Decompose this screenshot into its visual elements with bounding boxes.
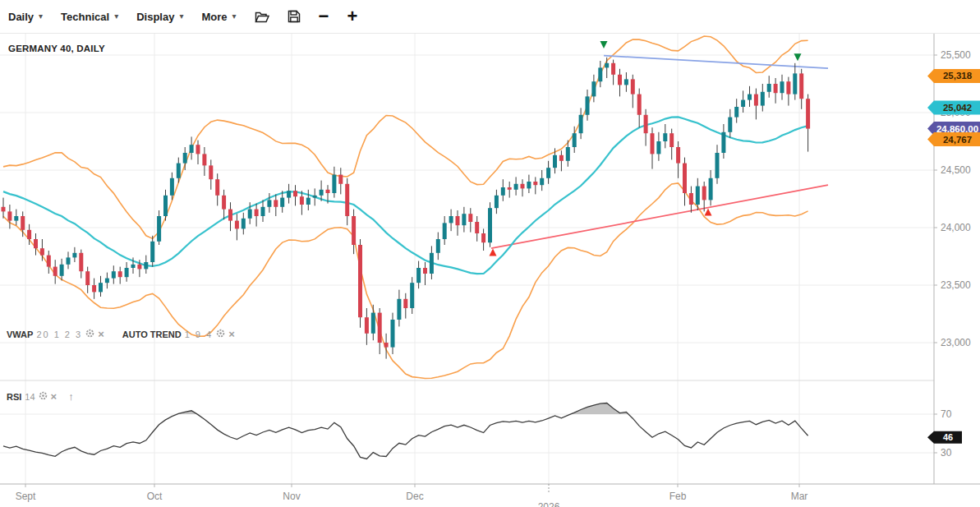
timeframe-menu-label: Daily xyxy=(8,11,34,23)
vwap-settings-gear-icon[interactable] xyxy=(85,329,94,339)
display-menu-label: Display xyxy=(136,11,174,23)
indicator-legend-row: VWAP 20 1 2 3 × AUTO TREND 1 9 4 × xyxy=(7,329,235,339)
rsi-overbought-fill xyxy=(177,403,628,415)
chevron-down-icon: ▾ xyxy=(39,12,43,21)
technical-menu-label: Technical xyxy=(61,11,109,23)
autotrend-remove-icon[interactable]: × xyxy=(228,329,235,339)
vwap-remove-icon[interactable]: × xyxy=(98,329,104,339)
save-icon[interactable] xyxy=(288,10,301,23)
autotrend-legend-name: AUTO TREND xyxy=(122,330,182,339)
technical-menu[interactable]: Technical ▾ xyxy=(61,11,118,23)
autotrend-settings-gear-icon[interactable] xyxy=(216,329,225,339)
gridlines xyxy=(0,33,980,484)
trading-chart-window: 25,50025,00024,50024,00023,50023,0007030… xyxy=(0,0,980,507)
time-axis[interactable] xyxy=(0,484,934,507)
move-pane-up-icon[interactable]: ↑ xyxy=(68,390,74,403)
rsi-pane xyxy=(3,403,808,459)
rsi-remove-icon[interactable]: × xyxy=(51,391,58,402)
candles xyxy=(2,58,811,359)
rsi-settings-gear-icon[interactable] xyxy=(39,391,48,402)
rsi-legend-params: 14 xyxy=(25,392,35,402)
more-menu-label: More xyxy=(201,11,227,23)
price-axis[interactable] xyxy=(934,33,980,484)
axis-labels: 25,50025,00024,50024,00023,50023,0007030… xyxy=(16,49,971,507)
chart-title: GERMANY 40, DAILY xyxy=(8,44,105,53)
lower-band-line xyxy=(3,183,808,379)
open-folder-icon[interactable] xyxy=(255,11,269,23)
zoom-in-button[interactable]: + xyxy=(347,7,357,25)
zoom-out-button[interactable]: − xyxy=(319,7,329,25)
display-menu[interactable]: Display ▾ xyxy=(136,11,183,23)
sell-signal-marker xyxy=(600,41,608,48)
vwap-legend-params: 20 1 2 3 xyxy=(36,330,82,339)
buy-signal-marker xyxy=(705,209,712,216)
rsi-legend-name: RSI xyxy=(7,392,21,402)
chevron-down-icon: ▾ xyxy=(179,12,183,21)
support-trendline[interactable] xyxy=(491,185,828,248)
rsi-line xyxy=(3,403,808,459)
chevron-down-icon: ▾ xyxy=(232,12,237,21)
upper-band-line xyxy=(3,36,808,238)
toolbar: Daily ▾ Technical ▾ Display ▾ More ▾ xyxy=(0,0,980,34)
autotrend-legend-params: 1 9 4 xyxy=(185,330,213,339)
more-menu[interactable]: More ▾ xyxy=(201,11,236,23)
chevron-down-icon: ▾ xyxy=(114,12,118,21)
resistance-trendline[interactable] xyxy=(604,56,828,68)
price-chart-canvas[interactable]: 25,50025,00024,50024,00023,50023,0007030… xyxy=(0,0,980,507)
sell-signal-marker xyxy=(794,53,802,61)
timeframe-menu[interactable]: Daily ▾ xyxy=(8,11,43,23)
vwap-legend-name: VWAP xyxy=(7,330,33,339)
buy-signal-marker xyxy=(490,249,497,256)
rsi-legend-row: RSI 14 × ↑ xyxy=(7,390,74,403)
